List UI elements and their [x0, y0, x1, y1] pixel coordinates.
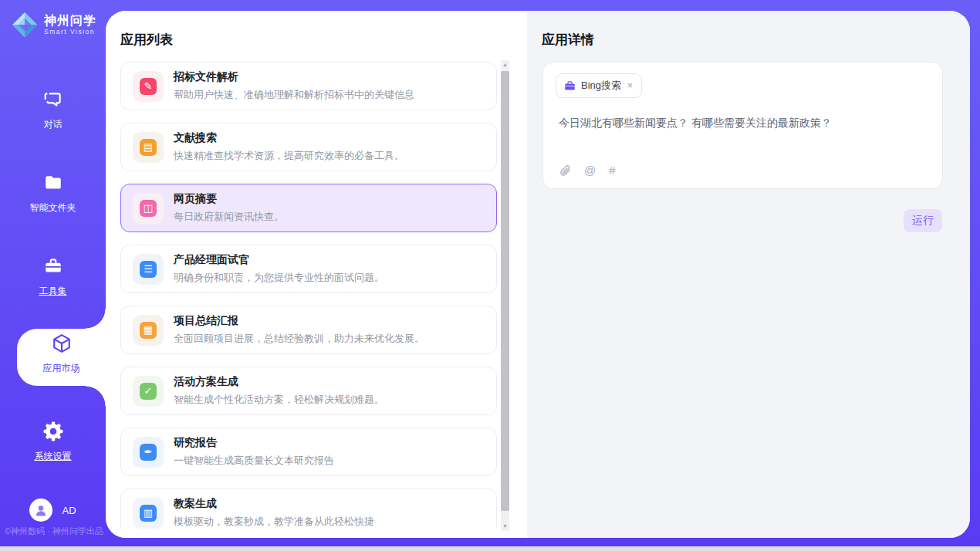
- app-card[interactable]: ✒ 研究报告 一键智能生成高质量长文本研究报告: [120, 428, 497, 476]
- scroll-up-icon[interactable]: ▲: [501, 60, 509, 69]
- sidebar-item-chat[interactable]: 对话: [0, 85, 106, 142]
- app-card[interactable]: ▦ 项目总结汇报 全面回顾项目进展，总结经验教训，助力未来优化发展。: [120, 306, 497, 354]
- app-frame: 神州问学 Smart Vision 对话 智能文件夹 工具集 应用市场 系统设置…: [0, 0, 980, 546]
- app-card-desc: 一键智能生成高质量长文本研究报告: [174, 454, 334, 468]
- folder-icon: [43, 173, 63, 193]
- app-card[interactable]: ☰ 产品经理面试官 明确身份和职责，为您提供专业性的面试问题。: [120, 245, 497, 293]
- attach-icon[interactable]: [559, 164, 571, 177]
- sidebar-item-smart-folders[interactable]: 智能文件夹: [0, 168, 106, 225]
- browser-code-icon: ◫: [133, 193, 164, 224]
- app-card-desc: 模板驱动，教案秒成，教学准备从此轻松快捷: [174, 515, 374, 529]
- app-card-desc: 智能生成个性化活动方案，轻松解决规划难题。: [174, 393, 384, 407]
- app-card-desc: 帮助用户快速、准确地理解和解析招标书中的关键信息: [174, 88, 414, 102]
- app-detail-title: 应用详情: [542, 31, 594, 49]
- clipboard-check-icon: ✓: [133, 376, 164, 407]
- app-card-title: 活动方案生成: [174, 375, 384, 389]
- app-card[interactable]: ▥ 教案生成 模板驱动，教案秒成，教学准备从此轻松快捷: [120, 488, 497, 529]
- brand-subtitle: Smart Vision: [44, 29, 96, 35]
- screen: { "brand": {"name": "神州问学", "subtitle": …: [0, 0, 980, 551]
- app-list: ✎ 招标文件解析 帮助用户快速、准确地理解和解析招标书中的关键信息 ▤ 文献搜索…: [106, 62, 527, 529]
- content-panel: 应用列表 ✎ 招标文件解析 帮助用户快速、准确地理解和解析招标书中的关键信息 ▤…: [106, 11, 970, 538]
- app-list-panel: 应用列表 ✎ 招标文件解析 帮助用户快速、准确地理解和解析招标书中的关键信息 ▤…: [106, 11, 527, 538]
- app-card[interactable]: ✓ 活动方案生成 智能生成个性化活动方案，轻松解决规划难题。: [120, 367, 497, 415]
- cube-icon: [52, 333, 72, 353]
- scroll-down-icon[interactable]: ▼: [501, 522, 509, 531]
- app-card-title: 文献搜索: [174, 131, 404, 145]
- sidebar: 神州问学 Smart Vision 对话 智能文件夹 工具集 应用市场 系统设置…: [0, 0, 106, 546]
- books-icon: ▥: [133, 498, 164, 529]
- sidebar-item-toolkit[interactable]: 工具集: [0, 252, 106, 309]
- app-card-desc: 明确身份和职责，为您提供专业性的面试问题。: [174, 271, 384, 285]
- brand: 神州问学 Smart Vision: [11, 11, 96, 39]
- query-input[interactable]: 今日湖北有哪些新闻要点？ 有哪些需要关注的最新政策？: [559, 117, 927, 130]
- document-edit-icon: ✎: [133, 71, 164, 102]
- avatar: [29, 499, 52, 522]
- report-note-icon: ▦: [133, 315, 164, 346]
- toolbox-icon: [43, 256, 63, 276]
- close-icon[interactable]: ×: [627, 80, 634, 91]
- scrollbar[interactable]: ▲ ▼: [501, 60, 509, 531]
- app-card-title: 项目总结汇报: [174, 314, 424, 328]
- interviewer-icon: ☰: [133, 254, 164, 285]
- chat-icon: [43, 90, 63, 110]
- briefcase-icon: [564, 80, 576, 92]
- book-icon: ▤: [133, 132, 164, 163]
- brand-logo-icon: [11, 11, 39, 39]
- app-card[interactable]: ▤ 文献搜索 快速精准查找学术资源，提高研究效率的必备工具。: [120, 123, 497, 171]
- app-detail-panel: 应用详情 Bing搜索 × 今日湖北有哪些新闻要点？ 有哪些需要关注的最新政策？…: [527, 11, 970, 538]
- app-card[interactable]: ◫ 网页摘要 每日政府新闻资讯快查。: [120, 184, 497, 232]
- app-card-desc: 快速精准查找学术资源，提高研究效率的必备工具。: [174, 149, 404, 163]
- app-card-desc: 每日政府新闻资讯快查。: [174, 210, 284, 224]
- app-card-desc: 全面回顾项目进展，总结经验教训，助力未来优化发展。: [174, 332, 424, 346]
- mention-icon[interactable]: @: [584, 164, 596, 177]
- app-card-title: 研究报告: [174, 436, 334, 450]
- brand-name: 神州问学: [44, 14, 96, 28]
- app-list-title: 应用列表: [120, 31, 173, 49]
- tool-tag[interactable]: Bing搜索 ×: [556, 73, 642, 98]
- copyright-text: ©神州数码 · 神州问学出品: [5, 526, 103, 537]
- hashtag-icon[interactable]: #: [609, 164, 615, 177]
- user-account[interactable]: AD: [0, 499, 106, 522]
- app-card-title: 招标文件解析: [174, 70, 414, 84]
- app-card[interactable]: ✎ 招标文件解析 帮助用户快速、准确地理解和解析招标书中的关键信息: [120, 62, 497, 110]
- sidebar-item-app-market[interactable]: 应用市场: [17, 329, 106, 386]
- tool-tag-label: Bing搜索: [581, 79, 621, 93]
- app-card-title: 网页摘要: [174, 192, 284, 206]
- app-card-title: 教案生成: [174, 497, 374, 511]
- user-initials: AD: [62, 505, 76, 516]
- app-card-title: 产品经理面试官: [174, 253, 384, 267]
- sidebar-item-system-settings[interactable]: 系统设置: [0, 417, 106, 474]
- run-button[interactable]: 运行: [904, 209, 942, 232]
- prompt-card: Bing搜索 × 今日湖北有哪些新闻要点？ 有哪些需要关注的最新政策？ @ #: [542, 62, 943, 189]
- gear-icon: [43, 421, 63, 441]
- ink-pen-icon: ✒: [133, 437, 164, 468]
- scrollbar-thumb[interactable]: [501, 71, 509, 511]
